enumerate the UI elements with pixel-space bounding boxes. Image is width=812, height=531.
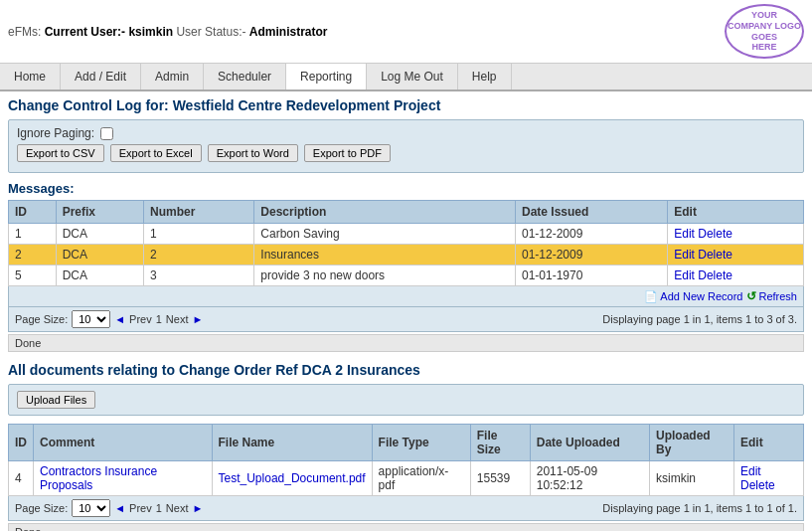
doc-col-filename: File Name (212, 425, 372, 461)
col-id: ID (9, 201, 57, 224)
cell-edit: Edit Delete (668, 266, 804, 286)
doc-cell-filename: Test_Upload_Document.pdf (212, 461, 372, 496)
filename-link[interactable]: Test_Upload_Document.pdf (219, 471, 366, 485)
delete-link[interactable]: Delete (698, 227, 732, 241)
table-row: 4 Contractors Insurance Proposals Test_U… (9, 461, 804, 496)
documents-section: All documents relating to Change Order R… (8, 362, 804, 531)
table-row: 2 DCA 2 Insurances 01-12-2009 Edit Delet… (9, 245, 804, 266)
cell-id: 5 (9, 266, 57, 286)
cell-description: Insurances (254, 245, 516, 266)
export-buttons-row: Export to CSV Export to Excel Export to … (17, 144, 795, 162)
table-add-refresh-bar: Add New Record Refresh (8, 286, 804, 307)
delete-link[interactable]: Delete (698, 268, 732, 282)
comment-link[interactable]: Contractors Insurance Proposals (40, 464, 157, 492)
nav-add-edit[interactable]: Add / Edit (61, 64, 141, 89)
add-refresh-controls: Add New Record Refresh (644, 289, 797, 303)
edit-link[interactable]: Edit (674, 227, 695, 241)
next-label: Next (166, 313, 189, 325)
company-logo: YOURCOMPANY LOGOGOESHERE (725, 4, 804, 59)
messages-done-bar: Done (8, 334, 804, 352)
display-info: Displaying page 1 in 1, items 1 to 3 of … (602, 313, 797, 325)
cell-edit: Edit Delete (668, 224, 804, 245)
export-pdf-button[interactable]: Export to PDF (304, 144, 391, 162)
top-bar: eFMs: Current User:- ksimkin User Status… (0, 0, 812, 64)
doc-col-uploadedby: Uploaded By (650, 425, 734, 461)
user-status-label: User Status:- (176, 25, 245, 39)
edit-link[interactable]: Edit (674, 248, 695, 262)
doc-page-size-label: Page Size: (15, 502, 68, 514)
cell-number: 2 (144, 245, 254, 266)
page-size-select[interactable]: 10 25 50 (72, 310, 110, 328)
doc-cell-uploadedby: ksimkin (650, 461, 734, 496)
cell-description: provide 3 no new doors (254, 266, 516, 286)
username: ksimkin (128, 25, 173, 39)
change-control-section: Change Control Log for: Westfield Centre… (8, 97, 804, 352)
table-header-row: ID Prefix Number Description Date Issued… (9, 201, 804, 224)
current-user-label: Current User:- (45, 25, 125, 39)
col-edit: Edit (668, 201, 804, 224)
navigation: Home Add / Edit Admin Scheduler Reportin… (0, 64, 812, 91)
table-row: 1 DCA 1 Carbon Saving 01-12-2009 Edit De… (9, 224, 804, 245)
col-description: Description (254, 201, 516, 224)
doc-col-dateuploaded: Date Uploaded (530, 425, 649, 461)
documents-table: ID Comment File Name File Type File Size… (8, 424, 804, 496)
ignore-paging-checkbox[interactable] (100, 127, 113, 140)
refresh-icon (746, 290, 758, 302)
cell-date-issued: 01-01-1970 (515, 266, 667, 286)
main-content: Change Control Log for: Westfield Centre… (0, 91, 812, 531)
doc-page-size-select[interactable]: 10 25 50 (72, 499, 110, 517)
documents-toolbar: Upload Files (8, 384, 804, 416)
ignore-paging-label: Ignore Paging: (17, 126, 94, 140)
documents-title: All documents relating to Change Order R… (8, 362, 804, 378)
nav-help[interactable]: Help (458, 64, 512, 89)
nav-reporting[interactable]: Reporting (286, 64, 367, 89)
col-prefix: Prefix (56, 201, 143, 224)
cell-number: 1 (144, 224, 254, 245)
doc-col-filesize: File Size (470, 425, 530, 461)
doc-page-size-row: Page Size: 10 25 50 ◄ Prev 1 Next ► (15, 499, 203, 517)
cell-date-issued: 01-12-2009 (515, 245, 667, 266)
doc-cell-filesize: 15539 (470, 461, 530, 496)
doc-display-info: Displaying page 1 in 1, items 1 to 1 of … (602, 502, 797, 514)
add-icon (644, 290, 660, 302)
prev-label: Prev (129, 313, 152, 325)
documents-pagination-bar: Page Size: 10 25 50 ◄ Prev 1 Next ► Disp… (8, 496, 804, 521)
refresh-link[interactable]: Refresh (746, 289, 797, 303)
doc-prev-page-link[interactable]: ◄ (114, 502, 125, 514)
delete-link[interactable]: Delete (698, 248, 732, 262)
nav-logout[interactable]: Log Me Out (367, 64, 458, 89)
doc-cell-dateuploaded: 2011-05-09 10:52:12 (530, 461, 649, 496)
docs-header-row: ID Comment File Name File Type File Size… (9, 425, 804, 461)
cell-date-issued: 01-12-2009 (515, 224, 667, 245)
upload-files-button[interactable]: Upload Files (17, 391, 95, 409)
nav-admin[interactable]: Admin (141, 64, 204, 89)
prev-page-link[interactable]: ◄ (114, 313, 125, 325)
add-new-record-link[interactable]: Add New Record (644, 290, 742, 303)
doc-col-comment: Comment (34, 425, 213, 461)
cell-edit: Edit Delete (668, 245, 804, 266)
cell-description: Carbon Saving (254, 224, 516, 245)
toolbar-area: Ignore Paging: Export to CSV Export to E… (8, 119, 804, 173)
documents-done-bar: Done (8, 523, 804, 531)
change-control-title: Change Control Log for: Westfield Centre… (8, 97, 804, 113)
export-csv-button[interactable]: Export to CSV (17, 144, 104, 162)
cell-id: 1 (9, 224, 57, 245)
doc-col-filetype: File Type (372, 425, 470, 461)
doc-prev-label: Prev (129, 502, 152, 514)
doc-col-edit: Edit (733, 425, 803, 461)
doc-page-number: 1 (156, 502, 162, 514)
doc-cell-id: 4 (9, 461, 34, 496)
cell-id: 2 (9, 245, 57, 266)
doc-next-page-link[interactable]: ► (192, 502, 203, 514)
doc-col-id: ID (9, 425, 34, 461)
edit-link[interactable]: Edit (674, 268, 695, 282)
doc-edit-link[interactable]: Edit (740, 464, 761, 478)
cell-prefix: DCA (56, 266, 143, 286)
messages-table: ID Prefix Number Description Date Issued… (8, 200, 804, 286)
doc-delete-link[interactable]: Delete (740, 478, 775, 492)
export-word-button[interactable]: Export to Word (208, 144, 298, 162)
nav-scheduler[interactable]: Scheduler (204, 64, 286, 89)
nav-home[interactable]: Home (0, 64, 61, 89)
next-page-link[interactable]: ► (192, 313, 203, 325)
export-excel-button[interactable]: Export to Excel (110, 144, 202, 162)
